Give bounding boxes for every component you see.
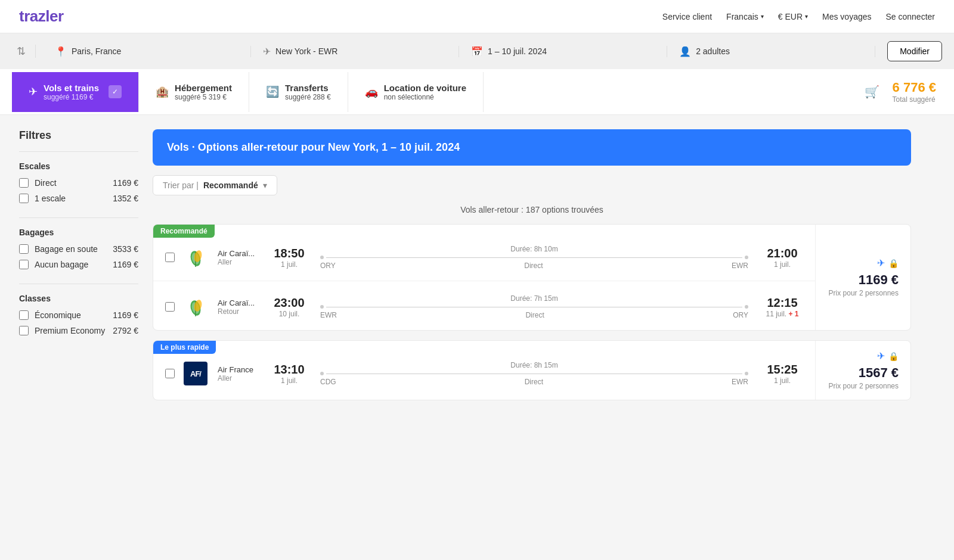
airline-info-2: Air Caraï... Retour [218, 298, 271, 316]
dates-value: 1 – 10 juil. 2024 [488, 46, 547, 56]
nav-se-connecter[interactable]: Se connecter [886, 12, 936, 21]
route-airports-1: ORY Direct EWR [320, 262, 748, 270]
sort-value: Recommandé [203, 181, 258, 190]
nav-language[interactable]: Francais ▾ [726, 12, 764, 21]
filter-escales-title: Escales [19, 161, 138, 171]
route-duration-1: Durée: 8h 10m [510, 245, 557, 253]
airline-name-1: Air Caraï... [218, 249, 271, 258]
flights-check-badge: ✓ [109, 85, 122, 98]
arr-time-2: 12:15 11 juil. + 1 [761, 296, 803, 318]
filter-1escale-checkbox[interactable] [19, 194, 29, 203]
filter-premium-economy-price: 2792 € [113, 326, 138, 335]
dep-airport-3: CDG [320, 378, 336, 386]
price-amount-2: 1567 € [859, 365, 899, 381]
currency-chevron-icon: ▾ [805, 13, 808, 20]
tab-hebergement[interactable]: 🏨 Hébergement suggéré 5 319 € [139, 72, 249, 112]
destination-field[interactable]: ✈ New York - EWR [251, 46, 459, 57]
travelers-value: 2 adultes [696, 46, 730, 56]
route-line-3: Durée: 8h 15m CDG Direct EWR [320, 361, 748, 386]
plane-price-icon-1: ✈ [877, 257, 885, 269]
filter-aucun-bagage: Aucun bagage 1169 € [19, 260, 138, 269]
flights-icon: ✈ [29, 85, 38, 98]
segment-1-retour-checkbox[interactable] [165, 302, 175, 312]
results-header: Vols · Options aller-retour pour New Yor… [153, 129, 911, 166]
flight-segments-1: Air Caraï... Aller 18:50 1 juil. Durée: … [153, 225, 815, 330]
filter-economique-checkbox[interactable] [19, 310, 29, 320]
tab-car[interactable]: 🚗 Location de voiture non sélectionné [348, 72, 484, 112]
route-duration-2: Durée: 7h 15m [510, 294, 557, 303]
arr-date-3: 1 juil. [761, 377, 803, 385]
price-label-2: Prix pour 2 personnes [829, 382, 899, 390]
route-dot-end-2 [745, 305, 748, 309]
airline-name-2: Air Caraï... [218, 298, 271, 307]
filter-section-escales: Escales Direct 1169 € 1 escale 1352 € [19, 161, 138, 203]
filter-direct-checkbox[interactable] [19, 178, 29, 188]
filter-premium-economy-checkbox[interactable] [19, 326, 29, 335]
flight-segments-2: AF/ Air France Aller 13:10 1 juil. Durée… [153, 341, 815, 400]
dep-airport-2: EWR [320, 311, 337, 319]
airline-logo-aircaraibes-1 [182, 244, 209, 271]
origin-field[interactable]: 📍 Paris, France [43, 46, 251, 57]
arr-time-big-2: 12:15 [761, 296, 803, 310]
tab-total: 🛒 6 776 € Total suggéré [841, 69, 942, 114]
route-track-2 [320, 305, 748, 309]
route-dot-end-3 [745, 372, 748, 375]
arr-time-big-3: 15:25 [761, 363, 803, 377]
plus-day-2: + 1 [789, 310, 799, 318]
dep-time-big-3: 13:10 [271, 363, 307, 377]
origin-value: Paris, France [72, 46, 121, 56]
destination-value: New York - EWR [275, 46, 337, 56]
route-duration-3: Durée: 8h 15m [510, 361, 557, 369]
filter-premium-economy: Premium Economy 2792 € [19, 326, 138, 335]
flight-segment-1-retour: Air Caraï... Retour 23:00 10 juil. Durée… [153, 281, 815, 330]
flight-card-1-inner: Air Caraï... Aller 18:50 1 juil. Durée: … [153, 225, 910, 330]
lock-icon-1: 🔒 [888, 259, 899, 268]
nav-service-client[interactable]: Service client [662, 12, 712, 21]
transfer-icon: 🔄 [266, 85, 279, 98]
car-tab-price: non sélectionné [384, 93, 466, 101]
route-line-2: Durée: 7h 15m EWR Direct ORY [320, 294, 748, 319]
calendar-icon: 📅 [471, 46, 483, 57]
tab-transferts[interactable]: 🔄 Transferts suggéré 288 € [249, 72, 348, 112]
route-airports-3: CDG Direct EWR [320, 378, 748, 386]
filter-aucun-bagage-checkbox[interactable] [19, 260, 29, 269]
price-block-2: ✈ 🔒 1567 € Prix pour 2 personnes [815, 341, 910, 400]
nav-links: Service client Francais ▾ € EUR ▾ Mes vo… [662, 12, 935, 21]
airline-logo-airfrance: AF/ [182, 360, 209, 387]
sort-label: Trier par | [163, 181, 199, 190]
filter-bagage-soute-price: 3533 € [113, 244, 138, 254]
flight-segment-1-aller: Air Caraï... Aller 18:50 1 juil. Durée: … [153, 225, 815, 281]
price-icons-2: ✈ 🔒 [877, 350, 899, 362]
filter-aucun-bagage-label: Aucun bagage [35, 260, 107, 269]
airline-name-3: Air France [218, 365, 271, 374]
filter-bagage-soute-checkbox[interactable] [19, 244, 29, 254]
route-line-1: Durée: 8h 10m ORY Direct EWR [320, 245, 748, 270]
logo: trazler [19, 7, 64, 26]
flights-tab-title: Vols et trains [44, 83, 99, 93]
arr-time-3: 15:25 1 juil. [761, 363, 803, 385]
filter-section-classes: Classes Économique 1169 € Premium Econom… [19, 294, 138, 335]
nav-currency[interactable]: € EUR ▾ [778, 12, 808, 21]
segment-1-aller-checkbox[interactable] [165, 253, 175, 262]
sort-dropdown[interactable]: Trier par | Recommandé ▾ [153, 175, 277, 195]
segment-2-aller-checkbox[interactable] [165, 369, 175, 378]
transfer-tab-title: Transferts [285, 83, 331, 93]
sidebar-filters: Filtres Escales Direct 1169 € 1 escale 1… [19, 129, 138, 410]
flight-direction-2: Retour [218, 307, 271, 316]
route-airports-2: EWR Direct ORY [320, 311, 748, 319]
airfrance-logo-text: AF/ [184, 362, 207, 385]
stop-type-2: Direct [525, 311, 544, 319]
travelers-field[interactable]: 👤 2 adultes [667, 46, 875, 57]
results-area: Vols · Options aller-retour pour New Yor… [153, 129, 911, 410]
filter-direct-label: Direct [35, 178, 107, 188]
arr-date-2: 11 juil. + 1 [761, 310, 803, 318]
swap-icon-button[interactable]: ⇅ [12, 45, 36, 58]
flight-direction-1: Aller [218, 258, 271, 266]
nav-mes-voyages[interactable]: Mes voyages [822, 12, 871, 21]
dates-field[interactable]: 📅 1 – 10 juil. 2024 [459, 46, 667, 57]
sort-chevron-icon: ▾ [263, 181, 267, 190]
route-dot-start-3 [320, 372, 324, 375]
tab-flights[interactable]: ✈ Vols et trains suggéré 1169 € ✓ [12, 72, 139, 112]
location-icon: 📍 [55, 46, 67, 57]
modify-button[interactable]: Modifier [887, 41, 942, 61]
